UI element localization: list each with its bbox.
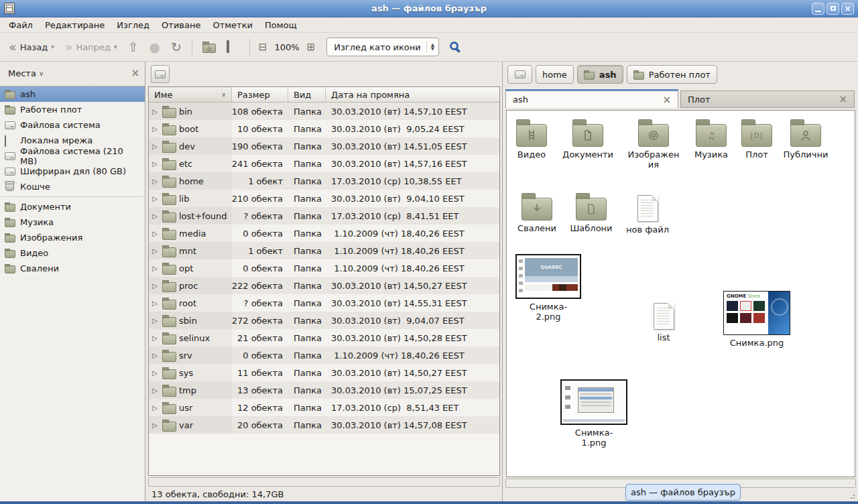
home-button[interactable]: ⌂: [198, 38, 221, 56]
back-button[interactable]: « Назад ▾: [4, 38, 59, 56]
tab-0[interactable]: ash ×: [505, 89, 678, 108]
root-drive-button[interactable]: [151, 65, 170, 83]
expander-icon[interactable]: ▷: [150, 108, 160, 115]
sidebar-item[interactable]: Документи: [0, 199, 145, 214]
zoom-out-button[interactable]: ⊟: [255, 38, 271, 56]
view-mode-select[interactable]: Изглед като икони ▲▼: [326, 38, 439, 56]
table-row[interactable]: ▷ lib 210 обекта Папка 30.03.2010 (вт) 9…: [149, 190, 499, 207]
icon-view-item[interactable]: нов файл: [607, 192, 688, 235]
menu-3[interactable]: Отиване: [156, 19, 206, 32]
table-row[interactable]: ▷ opt 0 обекта Папка 1.10.2009 (чт) 18,4…: [149, 259, 499, 277]
sidebar-item[interactable]: Свалени: [0, 261, 145, 276]
table-row[interactable]: ▷ sys 11 обекта Папка 30.03.2010 (вт) 14…: [149, 364, 499, 381]
icon-view-item[interactable]: GNOME Store Снимка.png: [717, 291, 797, 348]
sidebar-item[interactable]: Шифриран дял (80 GB): [0, 164, 145, 179]
expander-icon[interactable]: ▷: [150, 178, 160, 185]
table-row[interactable]: ▷ sbin 272 обекта Папка 30.03.2010 (вт) …: [149, 312, 499, 329]
tab-1[interactable]: Плот ×: [680, 90, 855, 108]
back-dropdown-icon[interactable]: ▾: [51, 44, 54, 50]
sidebar-item[interactable]: Кошче: [0, 179, 145, 194]
folder-icon: [162, 265, 176, 275]
expander-icon[interactable]: ▷: [150, 230, 160, 237]
column-header-type[interactable]: Вид: [288, 87, 326, 102]
close-button[interactable]: ×: [841, 3, 854, 15]
table-row[interactable]: ▷ tmp 13 обекта Папка 30.03.2010 (вт) 15…: [149, 381, 499, 399]
stop-button[interactable]: ●: [144, 38, 165, 56]
icon-view-item[interactable]: Снимка-1.png: [554, 379, 634, 448]
forward-label: Напред: [76, 42, 110, 52]
tab-close-icon[interactable]: ×: [839, 93, 847, 105]
expander-icon[interactable]: ▷: [150, 247, 160, 255]
table-row[interactable]: ▷ proc 222 обекта Папка 30.03.2010 (вт) …: [149, 277, 499, 294]
sidebar-item[interactable]: Изображения: [0, 230, 145, 245]
sidebar-item[interactable]: Файлова система: [0, 117, 145, 133]
table-row[interactable]: ▷ bin 108 обекта Папка 30.03.2010 (вт) 1…: [149, 103, 499, 120]
expander-icon[interactable]: ▷: [150, 387, 160, 394]
tree-panel: Име ∨ Размер Вид Дата на промяна ▷ bin 1…: [146, 62, 503, 501]
expander-icon[interactable]: ▷: [150, 334, 160, 342]
column-header-date[interactable]: Дата на промяна: [326, 87, 499, 102]
table-row[interactable]: ▷ media 0 обекта Папка 1.10.2009 (чт) 18…: [149, 225, 499, 242]
table-row[interactable]: ▷ lost+found ? обекта Папка 17.03.2010 (…: [149, 207, 499, 225]
expander-icon[interactable]: ▷: [150, 422, 160, 429]
computer-button[interactable]: [222, 38, 244, 56]
tab-close-icon[interactable]: ×: [662, 94, 671, 106]
table-row[interactable]: ▷ srv 0 обекта Папка 1.10.2009 (чт) 18,4…: [149, 346, 499, 364]
menu-5[interactable]: Помощ: [259, 19, 303, 32]
video-folder-icon: [516, 124, 547, 147]
menu-0[interactable]: Файл: [3, 19, 39, 32]
icon-view[interactable]: Видео Документи Изображения ♫ Музика [D]…: [506, 110, 855, 477]
table-row[interactable]: ▷ etc 241 обекта Папка 30.03.2010 (вт) 1…: [149, 155, 499, 172]
table-row[interactable]: ▷ dev 190 обекта Папка 30.03.2010 (вт) 1…: [149, 137, 499, 155]
expander-icon[interactable]: ▷: [150, 125, 160, 133]
forward-button[interactable]: » Напред ▾: [60, 38, 122, 56]
expander-icon[interactable]: ▷: [150, 265, 160, 272]
expander-icon[interactable]: ▷: [150, 300, 160, 307]
expander-icon[interactable]: ▷: [150, 282, 160, 290]
maximize-button[interactable]: [826, 3, 839, 15]
menu-1[interactable]: Редактиране: [39, 19, 111, 32]
sidebar-title[interactable]: Места: [8, 68, 36, 78]
table-row[interactable]: ▷ var 20 обекта Папка 30.03.2010 (вт) 14…: [149, 416, 499, 434]
menu-2[interactable]: Изглед: [111, 19, 156, 32]
path-button[interactable]: ash: [577, 65, 623, 84]
expander-icon[interactable]: ▷: [150, 160, 160, 168]
minimize-button[interactable]: [812, 3, 824, 15]
horizontal-scrollbar[interactable]: [148, 477, 500, 487]
expander-icon[interactable]: ▷: [150, 352, 160, 359]
sidebar-item[interactable]: Работен плот: [0, 102, 145, 117]
column-header-name[interactable]: Име ∨: [149, 87, 232, 102]
expander-icon[interactable]: ▷: [150, 195, 160, 202]
expander-icon[interactable]: ▷: [150, 317, 160, 324]
icon-view-item[interactable]: GUADEC Снимка-2.png: [508, 254, 589, 322]
table-row[interactable]: ▷ usr 12 обекта Папка 17.03.2010 (ср) 8,…: [149, 399, 499, 416]
search-icon[interactable]: [450, 42, 458, 50]
icon-view-item[interactable]: list: [623, 300, 704, 342]
expander-icon[interactable]: ▷: [150, 212, 160, 220]
table-row[interactable]: ▷ selinux 21 обекта Папка 30.03.2010 (вт…: [149, 329, 499, 346]
expander-icon[interactable]: ▷: [150, 143, 160, 150]
path-button[interactable]: [507, 65, 532, 84]
table-row[interactable]: ▷ mnt 1 обект Папка 1.10.2009 (чт) 18,40…: [149, 242, 499, 259]
zoom-in-button[interactable]: ⊞: [304, 38, 319, 56]
path-button[interactable]: home: [536, 65, 574, 84]
sidebar-close-icon[interactable]: ×: [131, 67, 139, 79]
chevron-down-icon[interactable]: ∨: [39, 70, 44, 77]
expander-icon[interactable]: ▷: [150, 404, 160, 412]
forward-dropdown-icon[interactable]: ▾: [114, 44, 117, 50]
expander-icon[interactable]: ▷: [150, 369, 160, 377]
path-button[interactable]: Работен плот: [627, 65, 717, 84]
icon-view-item[interactable]: Публични: [765, 119, 846, 160]
sidebar-item[interactable]: ash: [0, 86, 145, 102]
table-row[interactable]: ▷ root ? обекта Папка 30.03.2010 (вт) 14…: [149, 294, 499, 312]
resize-grip[interactable]: [847, 491, 856, 500]
table-row[interactable]: ▷ boot 10 обекта Папка 30.03.2010 (вт) 9…: [149, 120, 499, 137]
sidebar-item[interactable]: Файлова система (210 MB): [0, 148, 145, 164]
table-row[interactable]: ▷ home 1 обект Папка 17.03.2010 (ср) 10,…: [149, 172, 499, 190]
column-header-size[interactable]: Размер: [232, 87, 288, 102]
sidebar-item[interactable]: Музика: [0, 214, 145, 230]
up-button[interactable]: ⇧: [123, 38, 143, 56]
menu-4[interactable]: Отметки: [206, 19, 258, 32]
sidebar-item[interactable]: Видео: [0, 245, 145, 261]
reload-button[interactable]: ↻: [166, 38, 186, 56]
